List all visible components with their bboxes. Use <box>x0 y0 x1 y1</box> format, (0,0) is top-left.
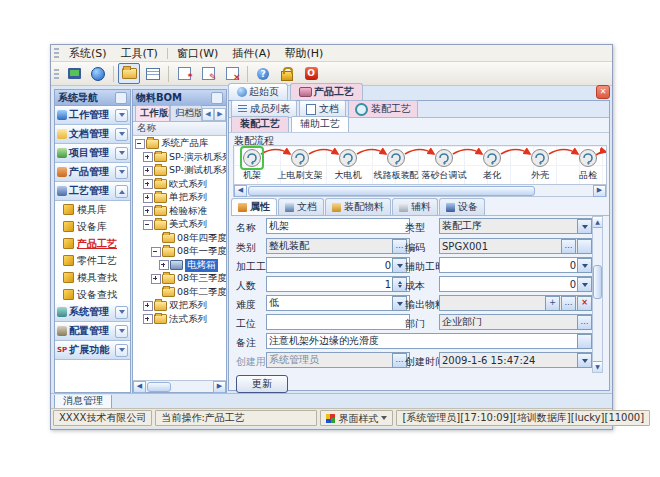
aux-hours-input[interactable] <box>442 258 576 272</box>
nav-options-button[interactable] <box>115 92 127 104</box>
lock-button[interactable] <box>276 63 298 84</box>
tree-item[interactable]: SP-测试机系列 <box>133 164 226 178</box>
ellipsis-icon[interactable]: … <box>577 315 592 330</box>
scroll-right-icon[interactable]: ▶ <box>213 381 226 393</box>
sidebar-item-product-process[interactable]: 产品工艺 <box>55 235 130 252</box>
nav-group-extend[interactable]: SP扩展功能 <box>55 341 130 360</box>
globe-button[interactable] <box>87 63 109 84</box>
scroll-up-icon[interactable]: ▲ <box>593 217 602 228</box>
expand-icon[interactable] <box>143 193 153 203</box>
chevron-down-icon[interactable] <box>115 109 128 122</box>
tab-assembly-materials[interactable]: 装配物料 <box>325 198 391 215</box>
work-hours-input[interactable] <box>269 258 391 272</box>
tree-item-selected[interactable]: 电烤箱 <box>133 259 226 273</box>
help-button[interactable]: ? <box>252 63 274 84</box>
work-hours-field[interactable] <box>266 257 410 273</box>
sidebar-item-mold-search[interactable]: 模具查找 <box>55 269 130 286</box>
exit-button[interactable]: O <box>300 63 322 84</box>
tab-assembly-process[interactable]: 装配工艺 <box>348 100 418 117</box>
tree-item[interactable]: 单把系列 <box>133 191 226 205</box>
menu-help[interactable]: 帮助(H) <box>277 45 330 62</box>
scroll-left-icon[interactable]: ◀ <box>234 185 247 197</box>
tab-working-version[interactable]: 工作版本 <box>135 105 170 121</box>
expand-icon[interactable] <box>159 260 169 270</box>
people-input[interactable] <box>269 277 391 291</box>
category-input[interactable] <box>269 239 391 253</box>
computer-button[interactable] <box>63 63 85 84</box>
scrollbar-thumb[interactable] <box>593 265 602 299</box>
tab-equipment[interactable]: 设备 <box>439 198 485 215</box>
flow-node[interactable]: 机架 <box>229 148 275 182</box>
department-input[interactable] <box>442 315 576 329</box>
output-material-input[interactable] <box>442 296 544 310</box>
tab-archived-version[interactable]: 归档版本 <box>170 105 202 121</box>
tree-item[interactable]: 双把系列 <box>133 299 226 313</box>
menu-tools[interactable]: 工具(T) <box>114 45 165 62</box>
people-field[interactable] <box>266 276 410 292</box>
chevron-down-icon[interactable] <box>577 353 592 368</box>
expand-icon[interactable] <box>143 314 153 324</box>
tree-item[interactable]: 法式系列 <box>133 313 226 327</box>
nav-group-product[interactable]: 产品管理 <box>55 163 130 182</box>
ui-style-dropdown[interactable]: 界面样式 <box>320 410 393 426</box>
station-field[interactable] <box>266 314 410 330</box>
flow-node[interactable]: 上电刷支架 <box>277 148 323 182</box>
bom-panel-options-button[interactable] <box>211 92 223 104</box>
doc-delete-button[interactable]: × <box>221 63 243 84</box>
sidebar-item-mold-lib[interactable]: 模具库 <box>55 201 130 218</box>
collapse-icon[interactable] <box>135 139 145 149</box>
department-field[interactable]: … <box>439 314 595 330</box>
flow-horizontal-scrollbar[interactable]: ◀ ▶ <box>233 184 607 197</box>
sidebar-item-device-search[interactable]: 设备查找 <box>55 286 130 303</box>
tab-message-management[interactable]: 消息管理 <box>54 395 112 409</box>
type-input[interactable] <box>442 219 576 233</box>
toolbar-grip[interactable] <box>54 48 59 58</box>
create-time-input[interactable] <box>442 353 576 367</box>
collapse-icon[interactable] <box>151 247 161 257</box>
name-field[interactable] <box>266 218 410 234</box>
sidebar-item-part-process[interactable]: 零件工艺 <box>55 252 130 269</box>
tab-scroll-left-icon[interactable]: ◀ <box>202 108 214 121</box>
remark-field[interactable] <box>266 333 595 349</box>
close-icon[interactable]: ✕ <box>596 85 610 99</box>
menu-system[interactable]: 系统(S) <box>62 45 114 62</box>
chevron-down-icon[interactable] <box>115 147 128 160</box>
nav-group-config[interactable]: 配置管理 <box>55 322 130 341</box>
flow-node[interactable]: 线路板装配 <box>373 148 419 182</box>
scroll-right-icon[interactable]: ▶ <box>593 185 606 197</box>
nav-group-document[interactable]: 文档管理 <box>55 125 130 144</box>
chevron-down-icon[interactable] <box>115 166 128 179</box>
doc-edit-button[interactable]: ✎ <box>197 63 219 84</box>
nav-group-process[interactable]: 工艺管理 <box>55 182 130 201</box>
chevron-down-icon[interactable] <box>577 258 592 273</box>
difficulty-input[interactable] <box>269 296 391 310</box>
tab-prop-documents[interactable]: 文档 <box>278 198 324 215</box>
collapse-icon[interactable] <box>143 220 153 230</box>
expand-icon[interactable] <box>143 206 153 216</box>
chevron-down-icon[interactable] <box>115 306 128 319</box>
clear-icon[interactable]: × <box>577 296 592 311</box>
tab-auxiliary-materials[interactable]: 辅料 <box>392 198 438 215</box>
station-input[interactable] <box>269 315 407 329</box>
cost-field[interactable] <box>439 276 595 292</box>
nav-group-system[interactable]: 系统管理 <box>55 303 130 322</box>
sidebar-item-device-lib[interactable]: 设备库 <box>55 218 130 235</box>
tree-item[interactable]: 美式系列 <box>133 218 226 232</box>
tab-properties[interactable]: 属性 <box>231 198 277 215</box>
ellipsis-icon[interactable]: … <box>561 296 576 311</box>
flow-node[interactable]: 老化 <box>469 148 515 182</box>
chevron-up-icon[interactable] <box>115 185 128 198</box>
flow-node[interactable]: 品检 <box>565 148 611 182</box>
expand-icon[interactable] <box>143 166 153 176</box>
chevron-down-icon[interactable] <box>115 128 128 141</box>
code-input[interactable] <box>442 239 560 253</box>
category-field[interactable]: … <box>266 238 410 254</box>
flow-node[interactable]: 外壳 <box>517 148 563 182</box>
update-button[interactable]: 更新 <box>236 375 288 393</box>
add-icon[interactable]: + <box>545 296 560 311</box>
scrollbar-thumb[interactable] <box>248 186 535 196</box>
flow-node[interactable]: 大电机 <box>325 148 371 182</box>
chevron-down-icon[interactable] <box>115 325 128 338</box>
name-input[interactable] <box>269 219 407 233</box>
doc-new-button[interactable]: * <box>173 63 195 84</box>
